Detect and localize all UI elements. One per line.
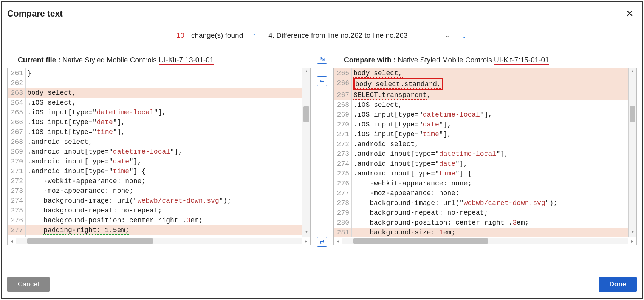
line-content: background-image: url("webwb/caret-down.… xyxy=(352,198,636,208)
right-file-label: Native Styled Mobile Controls xyxy=(398,56,492,64)
line-content: padding-right: 1.5em; xyxy=(26,225,310,235)
scroll-thumb[interactable] xyxy=(303,106,309,122)
diff-dropdown[interactable]: 4. Difference from line no.262 to line n… xyxy=(263,28,455,43)
code-line: 265body select, xyxy=(334,68,636,78)
code-line: 275 background-repeat: no-repeat; xyxy=(8,206,310,215)
code-line: 274.android input[type="date"], xyxy=(334,159,636,169)
right-vertical-scrollbar[interactable]: ▴ ▾ xyxy=(628,68,636,237)
code-line: 261} xyxy=(8,68,310,78)
next-diff-button[interactable]: ↓ xyxy=(461,31,468,40)
scroll-right-icon[interactable]: ▸ xyxy=(628,238,636,244)
scroll-right-icon[interactable]: ▸ xyxy=(302,238,310,244)
line-content: .iOS select, xyxy=(352,100,636,110)
line-content: background-position: center right .3em; xyxy=(26,215,310,225)
left-vertical-scrollbar[interactable]: ▴ ▾ xyxy=(302,68,310,237)
line-number: 261 xyxy=(8,68,26,78)
line-number: 269 xyxy=(8,147,26,157)
left-prefix: Current file : xyxy=(18,56,60,64)
line-content: body select.standard, xyxy=(352,78,636,90)
push-left-icon[interactable]: ↩ xyxy=(317,76,327,86)
line-number: 280 xyxy=(334,218,352,228)
line-number: 266 xyxy=(8,117,26,127)
merge-gutter-icons: ↩ ⇄ xyxy=(317,68,327,247)
code-line: 274 background-image: url("webwb/caret-d… xyxy=(8,196,310,206)
line-content: -webkit-appearance: none; xyxy=(352,178,636,188)
line-number: 264 xyxy=(8,98,26,108)
cancel-button[interactable]: Cancel xyxy=(7,277,50,292)
code-line: 262 xyxy=(8,78,310,88)
line-content: background-repeat: no-repeat; xyxy=(26,206,310,215)
code-line: 267.iOS input[type="time"], xyxy=(8,127,310,137)
left-code-area[interactable]: 261}262263body select,264.iOS select,265… xyxy=(8,68,310,237)
code-line: 270.android input[type="date"], xyxy=(8,157,310,166)
line-number: 276 xyxy=(8,215,26,225)
line-number: 278 xyxy=(334,198,352,208)
line-number: 277 xyxy=(334,188,352,198)
line-number: 279 xyxy=(334,208,352,218)
code-line: 276 -webkit-appearance: none; xyxy=(334,178,636,188)
scroll-thumb[interactable] xyxy=(27,238,153,244)
dialog-header: Compare text ✕ xyxy=(7,6,637,21)
changes-label: change(s) found xyxy=(191,31,243,40)
scroll-down-icon[interactable]: ▾ xyxy=(629,229,636,237)
line-number: 265 xyxy=(8,108,26,117)
code-line: 273.android input[type="datetime-local"]… xyxy=(334,149,636,159)
code-line: 269.android input[type="datetime-local"]… xyxy=(8,147,310,157)
left-file-version: UI-Kit-7:13-01-01 xyxy=(159,56,214,65)
line-number: 275 xyxy=(8,206,26,215)
dialog-footer: Cancel Done xyxy=(7,270,637,292)
scroll-up-icon[interactable]: ▴ xyxy=(629,68,636,76)
code-line: 270.iOS input[type="date"], xyxy=(334,120,636,129)
code-line: 277 padding-right: 1.5em; xyxy=(8,225,310,235)
line-number: 272 xyxy=(334,139,352,149)
close-icon[interactable]: ✕ xyxy=(622,6,637,21)
line-content: background-size: 1em; xyxy=(352,228,636,237)
scroll-thumb[interactable] xyxy=(630,106,635,122)
changes-count: 10 xyxy=(176,31,184,40)
line-content: .android input[type="date"], xyxy=(26,157,310,166)
scroll-down-icon[interactable]: ▾ xyxy=(302,229,310,237)
line-content: body select, xyxy=(352,68,636,78)
line-content: .android input[type="time"] { xyxy=(352,169,636,178)
line-number: 267 xyxy=(8,127,26,137)
line-content: .iOS input[type="datetime-local"], xyxy=(352,110,636,120)
line-number: 262 xyxy=(8,78,26,88)
scroll-left-icon[interactable]: ◂ xyxy=(334,238,342,244)
code-line: 263body select, xyxy=(8,88,310,98)
scroll-up-icon[interactable]: ▴ xyxy=(302,68,310,76)
right-code-area[interactable]: 265body select,266body select.standard,2… xyxy=(334,68,636,237)
panes-header: Current file : Native Styled Mobile Cont… xyxy=(7,56,637,64)
merge-both-icon[interactable]: ⇄ xyxy=(317,237,327,247)
line-content: background-image: url("webwb/caret-down.… xyxy=(26,196,310,206)
line-number: 272 xyxy=(8,176,26,186)
prev-diff-button[interactable]: ↑ xyxy=(251,31,257,40)
code-line: 271.iOS input[type="time"], xyxy=(334,129,636,139)
swap-panes-icon[interactable]: ↹ xyxy=(317,54,327,64)
code-line: 280 background-position: center right .3… xyxy=(334,218,636,228)
line-content: .iOS select, xyxy=(26,98,310,108)
done-button[interactable]: Done xyxy=(599,277,637,292)
line-content: -moz-appearance: none; xyxy=(26,186,310,196)
code-line: 275.android input[type="time"] { xyxy=(334,169,636,178)
line-content: .android input[type="time"] { xyxy=(26,166,310,176)
line-number: 281 xyxy=(334,228,352,237)
line-number: 274 xyxy=(334,159,352,169)
code-line: 281 background-size: 1em; xyxy=(334,228,636,237)
code-line: 272.android select, xyxy=(334,139,636,149)
left-horizontal-scrollbar[interactable]: ◂ ▸ xyxy=(8,237,310,245)
diff-toolbar: 10 change(s) found ↑ 4. Difference from … xyxy=(7,28,637,43)
scroll-left-icon[interactable]: ◂ xyxy=(8,238,16,244)
code-line: 265.iOS input[type="datetime-local"], xyxy=(8,108,310,117)
right-horizontal-scrollbar[interactable]: ◂ ▸ xyxy=(334,237,636,245)
line-content: .iOS input[type="time"], xyxy=(352,129,636,139)
diff-dropdown-value: 4. Difference from line no.262 to line n… xyxy=(268,31,407,39)
line-number: 269 xyxy=(334,110,352,120)
code-line: 268.android select, xyxy=(8,137,310,147)
line-content: -webkit-appearance: none; xyxy=(26,176,310,186)
line-content: -moz-appearance: none; xyxy=(352,188,636,198)
line-number: 277 xyxy=(8,225,26,235)
line-number: 271 xyxy=(334,129,352,139)
line-content: } xyxy=(26,68,310,78)
code-line: 276 background-position: center right .3… xyxy=(8,215,310,225)
scroll-thumb[interactable] xyxy=(353,238,488,244)
